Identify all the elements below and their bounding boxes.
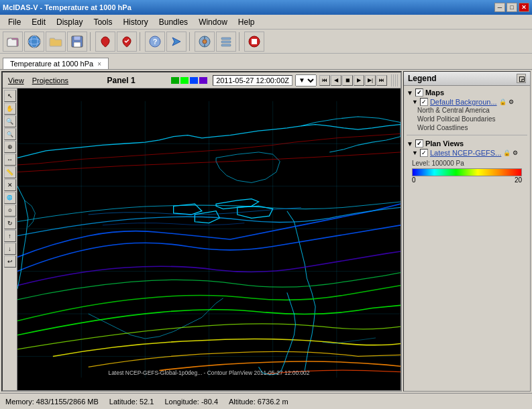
view-menu[interactable]: View (5, 76, 27, 85)
menu-display[interactable]: Display (51, 16, 88, 28)
undo-icon[interactable]: ↩ (4, 255, 16, 268)
scale-min: 0 (412, 176, 416, 184)
globe2-icon[interactable]: ⊙ (4, 204, 16, 217)
favorite2-button[interactable] (117, 32, 137, 52)
menu-file[interactable]: File (3, 16, 26, 28)
window-controls: ─ □ ✕ (494, 3, 529, 12)
maximize-button[interactable]: □ (507, 3, 517, 12)
legend-divider (407, 135, 527, 135)
arrow-up-icon[interactable]: ↑ (4, 230, 16, 242)
map-canvas[interactable]: Latest NCEP-GEFS-Global-1p0deg... - Cont… (17, 89, 401, 390)
background-expand-icon[interactable]: ▼ (412, 99, 418, 105)
ruler-icon[interactable]: 📏 (4, 166, 16, 178)
map-panel: View Projections Panel 1 2011-05-27 12:0… (1, 71, 402, 392)
panel-label: Panel 1 (74, 76, 168, 85)
play-stop-button[interactable]: ◼ (342, 75, 353, 86)
ncep-gefs-row: ▼ ✓ Latest NCEP-GEFS... 🔒 ⚙ (407, 149, 527, 157)
stop-button[interactable] (244, 32, 264, 52)
world-political: World Political Boundaries (407, 115, 527, 123)
play-button[interactable]: ▶ (354, 75, 364, 86)
color-bar-1 (171, 77, 179, 84)
minimize-button[interactable]: ─ (494, 3, 505, 12)
ncep-settings-icon[interactable]: ⚙ (513, 150, 518, 156)
title-bar: McIDAS-V - Temperature at 1000 hPa ─ □ ✕ (0, 0, 532, 15)
zoom-box-icon[interactable]: ⊕ (4, 141, 16, 153)
background-checkbox[interactable]: ✓ (420, 98, 428, 106)
toolbar: ? (0, 30, 532, 54)
playback-controls: ⏮ ◀ ◼ ▶ ▶| ⏭ (319, 75, 387, 86)
legend-panel: Legend ◲ ▼ ✓ Maps ▼ ✓ Default Backgroun.… (403, 71, 531, 392)
ncep-expand-icon[interactable]: ▼ (412, 150, 418, 156)
time-display[interactable]: 2011-05-27 12:00:00Z (213, 75, 292, 86)
ncep-checkbox[interactable]: ✓ (420, 149, 428, 157)
color-scale: Level: 100000 Pa 0 20 (412, 160, 522, 184)
menu-bar: File Edit Display Tools History Bundles … (0, 15, 532, 30)
color-bars (171, 77, 207, 84)
status-bar: Memory: 483/1155/2866 MB Latitude: 52.1 … (0, 393, 532, 409)
help-button[interactable]: ? (145, 32, 165, 52)
svg-text:Latest NCEP-GEFS-Global-1p0deg: Latest NCEP-GEFS-Global-1p0deg... - Cont… (108, 369, 309, 376)
background-settings-icon[interactable]: ⚙ (509, 99, 514, 105)
earth-button[interactable] (24, 32, 44, 52)
legend-title: Legend (408, 74, 437, 83)
layers-button[interactable] (216, 32, 236, 52)
menu-help[interactable]: Help (233, 16, 260, 28)
color-bar-4 (199, 77, 207, 84)
maps-expand-icon[interactable]: ▼ (407, 89, 413, 97)
main-tab[interactable]: Temperature at 1000 hPa × (3, 58, 109, 69)
close-button[interactable]: ✕ (519, 3, 529, 12)
panel-resize-handle[interactable] (391, 74, 398, 86)
play-next-button[interactable]: ▶| (365, 75, 376, 86)
svg-rect-16 (221, 41, 231, 43)
default-background-link[interactable]: Default Backgroun... (430, 98, 497, 106)
menu-window[interactable]: Window (193, 16, 233, 28)
tab-label: Temperature at 1000 hPa (10, 60, 93, 68)
map-svg: Latest NCEP-GEFS-Global-1p0deg... - Cont… (17, 89, 401, 390)
maps-section-header: ▼ ✓ Maps (407, 87, 527, 98)
planviews-checkbox[interactable]: ✓ (415, 139, 423, 148)
menu-edit[interactable]: Edit (26, 16, 51, 28)
maps-checkbox[interactable]: ✓ (415, 89, 423, 97)
projections-menu[interactable]: Projections (30, 76, 71, 85)
play-first-button[interactable]: ⏮ (319, 75, 330, 86)
open-folder-button[interactable] (3, 32, 23, 52)
menu-history[interactable]: History (117, 16, 153, 28)
play-prev-button[interactable]: ◀ (331, 75, 341, 86)
rotate-icon[interactable]: ↻ (4, 217, 16, 229)
separator-4 (239, 32, 242, 51)
menu-bundles[interactable]: Bundles (154, 16, 193, 28)
arrow-button[interactable] (166, 32, 187, 52)
hand-icon[interactable]: ✋ (4, 103, 16, 115)
planviews-label: Plan Views (425, 139, 464, 148)
menu-tools[interactable]: Tools (88, 16, 117, 28)
legend-collapse-button[interactable]: ◲ (517, 74, 526, 83)
cursor-icon[interactable]: ↖ (4, 90, 16, 102)
time-dropdown[interactable]: ▼ (295, 74, 317, 86)
color-scale-numbers: 0 20 (412, 176, 522, 184)
delete-icon[interactable]: ✕ (4, 179, 16, 191)
arrow-down-icon[interactable]: ↓ (4, 243, 16, 255)
svg-marker-10 (172, 38, 180, 46)
svg-text:?: ? (153, 38, 158, 46)
memory-status: Memory: 483/1155/2866 MB (5, 398, 99, 406)
ncep-gefs-link[interactable]: Latest NCEP-GEFS... (430, 149, 501, 157)
map-toolbar: View Projections Panel 1 2011-05-27 12:0… (3, 72, 401, 89)
zoom-out-icon[interactable]: 🔍 (4, 128, 16, 140)
favorite-button[interactable] (95, 32, 115, 52)
satellite-button[interactable] (195, 32, 215, 52)
legend-maps-section: ▼ ✓ Maps ▼ ✓ Default Backgroun... 🔒 ⚙ No… (404, 86, 530, 133)
tab-close-button[interactable]: × (97, 60, 101, 68)
svg-rect-17 (221, 44, 231, 46)
save-button[interactable] (67, 32, 87, 52)
separator-2 (140, 32, 142, 51)
pan-icon[interactable]: ↔ (4, 154, 16, 166)
globe1-icon[interactable]: 🌐 (4, 192, 16, 204)
zoom-in-icon[interactable]: 🔍 (4, 115, 16, 127)
play-last-button[interactable]: ⏭ (376, 75, 387, 86)
folder-open-button[interactable] (46, 32, 66, 52)
planviews-expand-icon[interactable]: ▼ (407, 140, 413, 148)
default-background-row: ▼ ✓ Default Backgroun... 🔒 ⚙ (407, 98, 527, 106)
world-coastlines: World Coastlines (407, 123, 527, 132)
main-content: View Projections Panel 1 2011-05-27 12:0… (0, 70, 532, 393)
svg-point-12 (203, 40, 207, 44)
